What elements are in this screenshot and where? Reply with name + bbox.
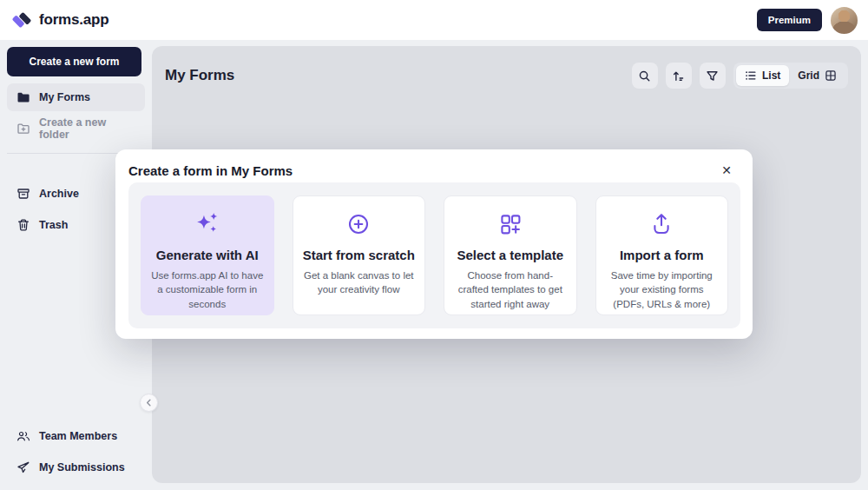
sidebar-item-label: Archive [39,188,79,200]
close-modal-button[interactable]: ✕ [716,160,737,181]
sidebar-item-label: My Submissions [39,461,125,473]
app-header: forms.app Premium [0,0,868,40]
card-description: Choose from hand-crafted templates to ge… [452,268,569,311]
folder-icon [16,90,30,104]
folder-plus-icon [16,122,30,136]
premium-button[interactable]: Premium [757,9,822,31]
sidebar-item-label: Create a new folder [39,116,135,141]
sort-button[interactable] [666,63,692,89]
sidebar-bottom: Team Members My Submissions [0,419,152,485]
sidebar-item-my-forms[interactable]: My Forms [7,83,145,111]
sparkles-icon [149,207,266,242]
chevron-left-icon [145,399,153,407]
brand-name: forms.app [39,11,108,29]
toolbar: List Grid [632,63,848,89]
trash-icon [16,218,30,232]
upload-icon [604,207,720,242]
card-title: Start from scratch [301,248,418,262]
page-title: My Forms [165,67,234,84]
modal-header: Create a form in My Forms ✕ [115,149,753,181]
template-grid-icon [452,207,569,242]
sidebar-item-label: Trash [39,219,68,231]
archive-icon [16,187,30,201]
view-toggle-list-label: List [762,70,780,82]
card-description: Use forms.app AI to have a customizable … [149,268,266,311]
sidebar-item-team-members[interactable]: Team Members [7,422,145,450]
card-description: Get a blank canvas to let your creativit… [301,268,418,297]
card-select-a-template[interactable]: Select a template Choose from hand-craft… [444,195,577,315]
sort-icon [672,70,685,83]
paper-plane-icon [16,460,30,474]
view-toggle: List Grid [733,63,848,89]
card-generate-with-ai[interactable]: Generate with AI Use forms.app AI to hav… [141,195,274,315]
list-icon [745,70,757,82]
close-icon: ✕ [721,163,732,177]
avatar[interactable] [831,7,858,34]
sidebar-item-label: Team Members [39,430,117,442]
view-toggle-list[interactable]: List [736,65,789,86]
team-icon [16,429,30,443]
view-toggle-grid-label: Grid [798,70,819,82]
grid-icon [825,70,837,82]
card-description: Save time by importing your existing for… [604,268,720,311]
search-icon [638,70,651,83]
filter-button[interactable] [700,63,726,89]
search-button[interactable] [632,63,658,89]
brand[interactable]: forms.app [10,9,108,31]
panel-header: My Forms [152,46,861,89]
create-new-form-button[interactable]: Create a new form [7,47,141,76]
sidebar-item-label: My Forms [39,91,90,103]
card-import-a-form[interactable]: Import a form Save time by importing you… [595,195,729,315]
view-toggle-grid[interactable]: Grid [789,65,845,86]
create-form-modal: Create a form in My Forms ✕ Generate wit… [115,149,753,339]
forms-app-logo-icon [10,9,33,31]
modal-title: Create a form in My Forms [128,163,293,178]
card-start-from-scratch[interactable]: Start from scratch Get a blank canvas to… [293,195,426,315]
plus-circle-icon [301,207,418,242]
card-title: Select a template [452,248,569,262]
modal-body: Generate with AI Use forms.app AI to hav… [128,182,740,328]
filter-icon [706,70,719,83]
sidebar-item-create-folder[interactable]: Create a new folder [7,115,145,142]
card-title: Import a form [604,248,720,262]
card-title: Generate with AI [149,248,266,262]
collapse-sidebar-button[interactable] [140,394,158,412]
sidebar-item-my-submissions[interactable]: My Submissions [7,454,145,481]
